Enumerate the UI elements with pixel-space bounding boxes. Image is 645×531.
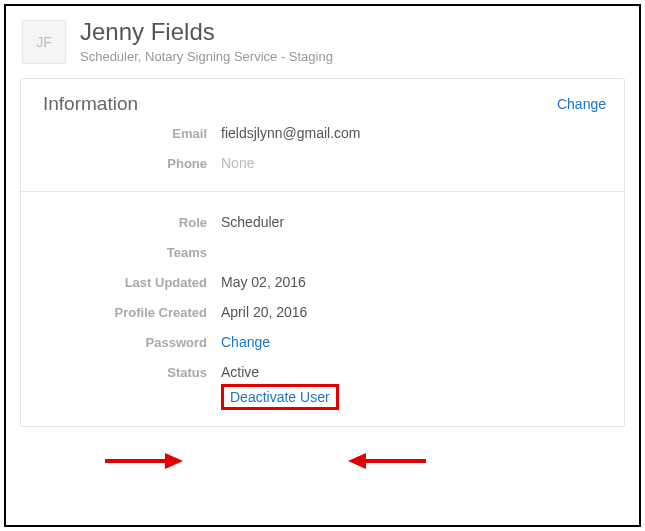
password-change-link[interactable]: Change (221, 334, 270, 350)
phone-row: Phone None (43, 155, 606, 173)
status-wrap: Active Deactivate User (221, 364, 339, 410)
user-subtitle: Scheduler, Notary Signing Service - Stag… (80, 49, 625, 64)
phone-value: None (221, 155, 254, 171)
role-label: Role (43, 214, 221, 230)
deactivate-highlight: Deactivate User (221, 384, 339, 410)
role-value: Scheduler (221, 214, 284, 230)
role-row: Role Scheduler (43, 214, 606, 232)
info-card: Information Change Email fieldsjlynn@gma… (20, 78, 625, 427)
user-header: JF Jenny Fields Scheduler, Notary Signin… (20, 18, 625, 64)
status-row: Status Active Deactivate User (43, 364, 606, 410)
status-value: Active (221, 364, 339, 380)
section-title: Information (43, 93, 138, 115)
email-value: fieldsjlynn@gmail.com (221, 125, 360, 141)
section-header: Information Change (43, 93, 606, 115)
information-section: Information Change Email fieldsjlynn@gma… (21, 79, 624, 191)
created-value: April 20, 2016 (221, 304, 307, 320)
created-row: Profile Created April 20, 2016 (43, 304, 606, 322)
password-row: Password Change (43, 334, 606, 352)
details-section: Role Scheduler Teams Last Updated May 02… (21, 191, 624, 426)
status-label: Status (43, 364, 221, 380)
header-text: Jenny Fields Scheduler, Notary Signing S… (80, 18, 625, 64)
created-label: Profile Created (43, 304, 221, 320)
email-row: Email fieldsjlynn@gmail.com (43, 125, 606, 143)
avatar: JF (22, 20, 66, 64)
user-name: Jenny Fields (80, 18, 625, 47)
teams-label: Teams (43, 244, 221, 260)
phone-label: Phone (43, 155, 221, 171)
avatar-initials: JF (36, 34, 52, 50)
updated-label: Last Updated (43, 274, 221, 290)
updated-value: May 02, 2016 (221, 274, 306, 290)
updated-row: Last Updated May 02, 2016 (43, 274, 606, 292)
deactivate-user-link[interactable]: Deactivate User (230, 389, 330, 405)
teams-row: Teams (43, 244, 606, 262)
change-info-link[interactable]: Change (557, 96, 606, 112)
password-label: Password (43, 334, 221, 350)
email-label: Email (43, 125, 221, 141)
